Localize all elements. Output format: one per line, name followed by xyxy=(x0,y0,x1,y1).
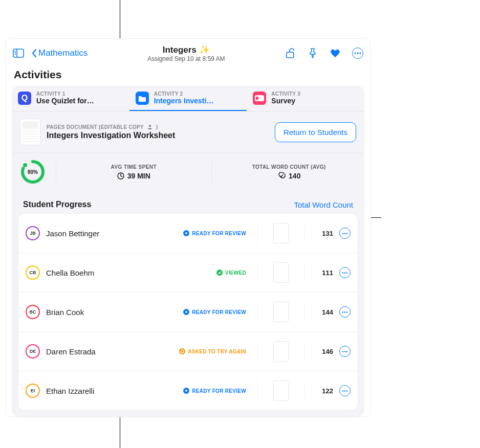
stat-avg-time-label: AVG TIME SPENT xyxy=(67,164,201,170)
document-thumbnail[interactable] xyxy=(20,119,40,145)
student-more-button[interactable] xyxy=(339,346,351,357)
student-doc-thumbnail[interactable] xyxy=(273,262,289,283)
sidebar-toggle-button[interactable] xyxy=(13,48,24,59)
section-title: Activities xyxy=(6,65,370,86)
activity-tab-label: Use Quizlet for… xyxy=(36,97,94,105)
svg-point-19 xyxy=(344,233,346,234)
divider xyxy=(56,162,56,182)
svg-point-34 xyxy=(346,351,348,352)
divider xyxy=(304,303,304,321)
activity-tab-icon: Q xyxy=(18,92,31,105)
activity-tab-label: Survey xyxy=(271,97,300,105)
activity-tab-text: ACTIVITY 2Integers Investi… xyxy=(154,91,214,105)
svg-point-11 xyxy=(149,125,151,127)
student-row[interactable]: EIEthan IzzarelliREADY FOR REVIEW122 xyxy=(18,371,358,410)
svg-point-20 xyxy=(346,233,348,234)
student-word-count: 122 xyxy=(316,387,333,395)
svg-point-27 xyxy=(342,311,344,313)
divider xyxy=(257,382,258,400)
activity-tab-text: ACTIVITY 1Use Quizlet for… xyxy=(36,91,94,105)
activity-tab-2[interactable]: ACTIVITY 2Integers Investi… xyxy=(129,86,247,111)
divider xyxy=(304,382,304,400)
clock-icon xyxy=(117,172,124,180)
activity-tab-3[interactable]: ACTIVITY 3Survey xyxy=(247,86,364,111)
student-word-count: 144 xyxy=(316,308,333,316)
progress-ring: 80% xyxy=(20,159,46,185)
student-more-button[interactable] xyxy=(339,228,351,239)
svg-point-7 xyxy=(357,52,358,54)
stat-word-count-value: 140 xyxy=(289,172,300,180)
divider xyxy=(257,263,258,282)
svg-point-39 xyxy=(346,390,348,392)
student-doc-thumbnail[interactable] xyxy=(273,223,289,243)
student-word-count: 111 xyxy=(316,269,333,277)
svg-point-18 xyxy=(342,233,344,234)
divider xyxy=(257,224,258,242)
top-bar-right xyxy=(285,48,363,59)
student-word-count: 131 xyxy=(316,230,333,237)
svg-rect-0 xyxy=(13,49,24,57)
divider xyxy=(257,303,258,321)
stat-avg-time-value: 39 MIN xyxy=(127,172,150,180)
student-status: READY FOR REVIEW xyxy=(183,230,246,236)
activity-tab-label: Integers Investi… xyxy=(154,97,214,105)
more-button[interactable] xyxy=(352,48,363,59)
pin-button[interactable] xyxy=(307,48,318,59)
progress-metric-link[interactable]: Total Word Count xyxy=(294,200,353,209)
student-name: Daren Estrada xyxy=(46,347,173,356)
student-row[interactable]: CBChella BoehmVIEWED111 xyxy=(18,253,358,293)
student-avatar: CB xyxy=(26,265,40,280)
svg-rect-10 xyxy=(256,97,258,100)
back-button[interactable]: Mathematics xyxy=(31,48,88,58)
student-avatar: EI xyxy=(26,384,40,398)
activity-tab-eyebrow: ACTIVITY 2 xyxy=(154,91,214,97)
student-status: ASKED TO TRY AGAIN xyxy=(179,348,246,354)
student-row[interactable]: DEDaren EstradaASKED TO TRY AGAIN146 xyxy=(18,332,358,371)
student-status: READY FOR REVIEW xyxy=(183,388,246,394)
progress-header: Student Progress Total Word Count xyxy=(12,191,364,213)
svg-point-32 xyxy=(342,351,344,352)
svg-point-22 xyxy=(342,272,344,274)
student-more-button[interactable] xyxy=(339,267,351,278)
activity-tab-eyebrow: ACTIVITY 3 xyxy=(271,91,300,97)
ellipsis-icon xyxy=(354,52,361,54)
chevron-left-icon xyxy=(31,49,37,58)
stat-word-count-label: TOTAL WORD COUNT (AVG) xyxy=(222,164,357,170)
favorite-button[interactable] xyxy=(330,48,341,59)
svg-point-37 xyxy=(342,390,344,392)
svg-rect-5 xyxy=(287,52,294,58)
document-eyebrow-text: PAGES DOCUMENT (EDITABLE COPY xyxy=(47,124,144,130)
progress-title: Student Progress xyxy=(23,200,91,209)
top-bar-left: Mathematics xyxy=(13,48,88,59)
svg-point-8 xyxy=(359,52,361,54)
student-avatar: BC xyxy=(26,305,40,319)
student-doc-thumbnail[interactable] xyxy=(273,380,289,401)
divider xyxy=(211,162,212,182)
student-list: JBJason BettingerREADY FOR REVIEW131CBCh… xyxy=(18,213,358,411)
student-row[interactable]: JBJason BettingerREADY FOR REVIEW131 xyxy=(18,214,358,253)
lock-button[interactable] xyxy=(285,48,296,59)
activity-tab-1[interactable]: QACTIVITY 1Use Quizlet for… xyxy=(12,86,129,111)
svg-point-33 xyxy=(344,351,346,352)
student-more-button[interactable] xyxy=(339,306,351,318)
student-row[interactable]: BCBrian CookREADY FOR REVIEW144 xyxy=(18,293,358,332)
sidebar-icon xyxy=(13,49,24,58)
document-title: Integers Investigation Worksheet xyxy=(47,131,175,140)
badge-icon xyxy=(277,172,286,180)
return-button[interactable]: Return to Students xyxy=(275,122,356,142)
pin-icon xyxy=(308,48,317,59)
page-subtitle: Assigned Sep 10 at 8:59 AM xyxy=(88,55,285,62)
divider xyxy=(304,342,304,361)
stats-row: 80% AVG TIME SPENT 39 MIN TOTAL WORD COU… xyxy=(12,153,364,191)
stat-word-count: TOTAL WORD COUNT (AVG) 140 xyxy=(222,164,357,180)
student-doc-thumbnail[interactable] xyxy=(273,302,289,322)
student-name: Brian Cook xyxy=(46,308,177,317)
top-bar: Mathematics Integers ✨ Assigned Sep 10 a… xyxy=(6,39,370,65)
heart-icon xyxy=(330,48,341,58)
unlock-icon xyxy=(285,48,295,59)
activity-tab-eyebrow: ACTIVITY 1 xyxy=(36,91,94,97)
divider xyxy=(304,224,304,242)
document-eyebrow: PAGES DOCUMENT (EDITABLE COPY ) xyxy=(47,124,175,130)
student-doc-thumbnail[interactable] xyxy=(273,341,289,362)
student-more-button[interactable] xyxy=(339,385,351,396)
